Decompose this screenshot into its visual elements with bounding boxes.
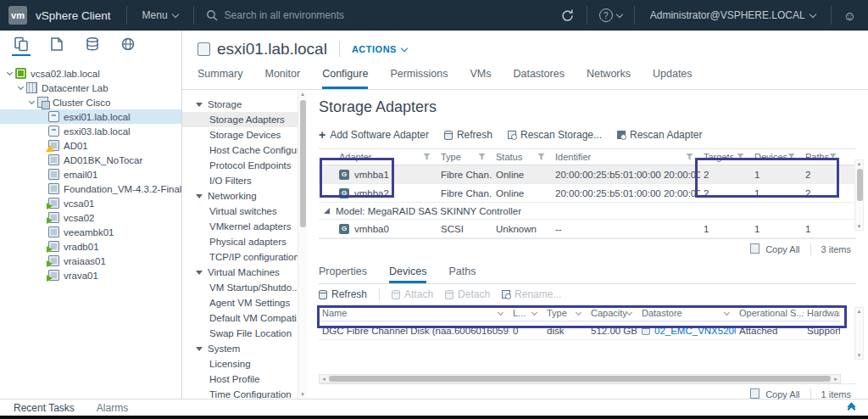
config-item-time-configuration[interactable]: Time Configuration xyxy=(182,387,298,399)
inventory-tab-storage[interactable] xyxy=(83,36,102,59)
adapter-name-cell[interactable]: Gvmhba1 xyxy=(336,170,437,180)
scroll-down-icon[interactable]: ▾ xyxy=(298,391,307,398)
config-item-storage-adapters[interactable]: Storage Adapters xyxy=(182,112,298,127)
tree-item-AD01BK_NoTocar[interactable]: AD01BK_NoTocar xyxy=(0,153,181,167)
device-column-header-hardware-ac[interactable]: Hardware Ac xyxy=(804,308,840,318)
tree-item-vcsa01[interactable]: vcsa01 xyxy=(0,196,181,210)
config-section-system[interactable]: System xyxy=(182,341,298,356)
tree-item-vraiaas01[interactable]: vraiaas01 xyxy=(0,254,181,268)
device-column-header-capacity[interactable]: Capacity xyxy=(587,308,638,318)
adapter-name-cell[interactable]: Gvmhba2 xyxy=(336,188,437,198)
filter-icon[interactable] xyxy=(686,154,693,161)
config-item-virtual-switches[interactable]: Virtual switches xyxy=(182,204,298,219)
device-column-header-type[interactable]: Type xyxy=(543,308,587,318)
scroll-right-icon[interactable]: ▸ xyxy=(832,376,840,383)
config-section-virtual-machines[interactable]: Virtual Machines xyxy=(182,265,298,280)
refresh-devices-button[interactable]: Refresh xyxy=(319,288,367,300)
tab-datastores[interactable]: Datastores xyxy=(513,68,564,89)
config-item-default-vm-compati-[interactable]: Default VM Compati.. xyxy=(182,310,298,326)
expander-icon[interactable] xyxy=(16,87,25,89)
scroll-up-icon[interactable]: ▴ xyxy=(855,160,863,167)
scrollbar-thumb[interactable] xyxy=(857,169,863,201)
config-item-tcp-ip-configuration[interactable]: TCP/IP configuration xyxy=(182,249,298,265)
inventory-tab-hosts-and-clusters[interactable] xyxy=(12,36,31,59)
column-header-adapter[interactable]: Adapter xyxy=(336,152,437,162)
device-column-header-datastore[interactable]: Datastore xyxy=(638,308,736,318)
configure-menu-scrollbar[interactable]: ▴ ▾ xyxy=(298,90,307,399)
expander-icon[interactable] xyxy=(5,72,14,75)
device-column-header-name[interactable]: Name xyxy=(319,308,509,318)
tree-item-vradb01[interactable]: vradb01 xyxy=(0,239,181,254)
datastore-link[interactable]: 02_EMC_VNX5200 xyxy=(638,326,736,336)
detail-tab-properties[interactable]: Properties xyxy=(319,265,367,283)
config-item-host-profile[interactable]: Host Profile xyxy=(182,372,298,387)
attach-button[interactable]: Attach xyxy=(392,288,433,300)
scrollbar-thumb[interactable] xyxy=(300,100,306,227)
tree-item-email01[interactable]: email01 xyxy=(0,167,181,182)
detail-tab-paths[interactable]: Paths xyxy=(448,265,476,283)
actions-button[interactable]: ACTIONS xyxy=(352,44,407,54)
config-item-swap-file-location[interactable]: Swap File Location xyxy=(182,326,298,341)
dropdown-icon[interactable] xyxy=(626,309,632,315)
adapter-name-cell[interactable]: Gvmhba0 xyxy=(336,224,437,234)
inventory-tab-networking[interactable] xyxy=(119,36,137,59)
tree-item-vrava01[interactable]: vrava01 xyxy=(0,268,181,282)
refresh-adapters-button[interactable]: Refresh xyxy=(444,129,492,141)
adapter-group-row[interactable]: Model: MegaRAID SAS SKINNY Controller xyxy=(319,203,856,220)
device-table-horizontal-scrollbar[interactable]: ◂ ▸ xyxy=(319,374,841,383)
add-software-adapter-button[interactable]: + Add Software Adapter xyxy=(319,129,429,141)
detail-tab-devices[interactable]: Devices xyxy=(389,265,426,283)
tree-item-Cluster Cisco[interactable]: Cluster Cisco xyxy=(0,95,181,109)
dropdown-icon[interactable] xyxy=(498,309,504,315)
config-section-networking[interactable]: Networking xyxy=(182,188,298,204)
scroll-up-icon[interactable]: ▴ xyxy=(855,308,863,315)
filter-icon[interactable] xyxy=(787,154,795,161)
device-column-header-l-[interactable]: L... xyxy=(509,308,543,318)
tree-item-esxi03.lab.local[interactable]: esxi03.lab.local xyxy=(0,124,181,138)
adapter-row-vmhba0[interactable]: Gvmhba0SCSIUnknown--111 xyxy=(319,220,856,238)
column-header-targets[interactable]: Targets xyxy=(700,152,751,162)
column-header-identifier[interactable]: Identifier xyxy=(552,152,700,162)
filter-icon[interactable] xyxy=(478,154,486,161)
column-header-type[interactable]: Type xyxy=(437,152,492,162)
config-item-licensing[interactable]: Licensing xyxy=(182,356,298,372)
config-item-host-cache-configur-[interactable]: Host Cache Configur.. xyxy=(182,142,298,158)
dropdown-icon[interactable] xyxy=(724,309,730,315)
device-table-scrollbar[interactable]: ▴ ▾ xyxy=(854,307,864,360)
filter-icon[interactable] xyxy=(829,154,837,161)
expander-icon[interactable] xyxy=(27,101,36,103)
inventory-tab-vms-and-templates[interactable] xyxy=(47,36,66,59)
feedback-button[interactable]: ☺ xyxy=(832,8,868,23)
scroll-up-icon[interactable]: ▴ xyxy=(298,91,307,98)
config-section-storage[interactable]: Storage xyxy=(182,97,298,112)
tree-item-Datacenter Lab[interactable]: Datacenter Lab xyxy=(0,81,181,95)
detach-button[interactable]: Detach xyxy=(445,288,490,300)
group-collapse-icon[interactable] xyxy=(324,208,330,214)
tab-summary[interactable]: Summary xyxy=(198,68,242,89)
tree-item-vcsa02.lab.local[interactable]: vcsa02.lab.local xyxy=(0,66,181,81)
tab-vms[interactable]: VMs xyxy=(470,68,491,89)
adapter-table-scrollbar[interactable]: ▴ ▾ xyxy=(854,159,864,231)
tab-updates[interactable]: Updates xyxy=(653,68,693,89)
user-menu-button[interactable]: Administrator@VSPHERE.LOCAL xyxy=(635,9,831,21)
tab-networks[interactable]: Networks xyxy=(587,68,631,89)
config-item-protocol-endpoints[interactable]: Protocol Endpoints xyxy=(182,158,298,173)
tab-configure[interactable]: Configure xyxy=(322,68,368,89)
refresh-button[interactable] xyxy=(548,8,587,23)
tree-item-veeambk01[interactable]: veeambk01 xyxy=(0,225,181,239)
alarms-tab[interactable]: Alarms xyxy=(97,402,128,414)
copy-all-button[interactable]: Copy All xyxy=(752,389,799,399)
help-menu-button[interactable]: ? xyxy=(587,8,634,22)
filter-icon[interactable] xyxy=(737,154,744,161)
dropdown-icon[interactable] xyxy=(531,309,537,315)
scroll-down-icon[interactable]: ▾ xyxy=(855,223,863,230)
tab-permissions[interactable]: Permissions xyxy=(390,68,448,89)
tree-item-vcsa02[interactable]: vcsa02 xyxy=(0,210,181,225)
tree-item-AD01[interactable]: AD01 xyxy=(0,138,181,153)
menu-button[interactable]: Menu xyxy=(127,9,193,21)
rescan-adapter-button[interactable]: Rescan Adapter xyxy=(617,129,702,141)
column-header-devices[interactable]: Devices xyxy=(751,152,802,162)
config-item-i-o-filters[interactable]: I/O Filters xyxy=(182,173,298,188)
filter-icon[interactable] xyxy=(537,154,545,161)
global-search-input[interactable]: Search in all environments xyxy=(194,9,356,21)
